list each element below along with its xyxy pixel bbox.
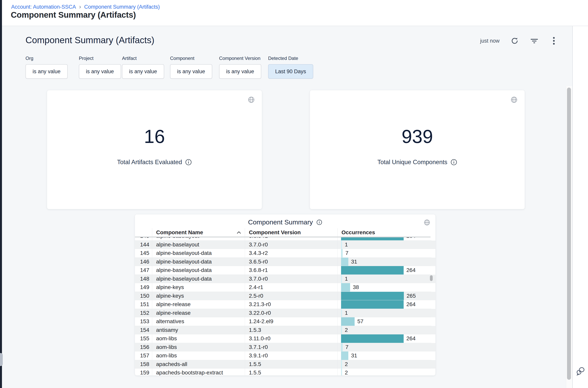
component-name-cell[interactable]: alpine-baselayout-data	[152, 266, 245, 275]
occurrences-cell[interactable]: 31	[337, 258, 432, 266]
table-row[interactable]: 151alpine-release3.21.3-r0264	[135, 300, 436, 309]
component-name-cell[interactable]: alpine-baselayout	[152, 241, 245, 249]
component-name-cell[interactable]: alpine-baselayout	[152, 237, 245, 241]
filter-value-button[interactable]: Last 90 Days	[268, 64, 313, 79]
component-version-cell[interactable]: 1.5.5	[245, 368, 337, 375]
component-name-cell[interactable]: alpine-baselayout-data	[152, 258, 245, 266]
occurrences-cell[interactable]: 265	[337, 292, 432, 300]
component-version-cell[interactable]: 3.4.3-r2	[245, 249, 337, 258]
collapsed-nav-strip[interactable]	[0, 0, 2, 388]
component-version-cell[interactable]: 1.5.3	[245, 326, 337, 335]
component-name-cell[interactable]: alpine-baselayout-data	[152, 275, 245, 283]
occurrences-cell[interactable]: 264	[337, 300, 432, 309]
occurrences-cell[interactable]: 1	[337, 241, 432, 249]
info-icon[interactable]	[451, 159, 457, 166]
filter-value-button[interactable]: is any value	[122, 64, 164, 79]
filter-value-button[interactable]: is any value	[219, 64, 261, 79]
component-name-cell[interactable]: alternatives	[152, 317, 245, 326]
row-number-cell: 146	[135, 258, 152, 266]
occurrences-cell[interactable]: 57	[337, 317, 432, 326]
component-version-cell[interactable]: 3.21.3-r0	[245, 300, 337, 309]
component-name-cell[interactable]: alpine-baselayout-data	[152, 249, 245, 258]
filter-label: Detected Date	[268, 56, 313, 61]
component-name-cell[interactable]: aom-libs	[152, 351, 245, 360]
nav-expand-handle[interactable]	[0, 353, 3, 366]
tile-label-text: Total Artifacts Evaluated	[117, 159, 182, 166]
filter-value-button[interactable]: is any value	[170, 64, 212, 79]
occurrences-cell[interactable]: 1	[337, 275, 432, 283]
breadcrumb-page-link[interactable]: Component Summary (Artifacts)	[84, 4, 160, 10]
column-header-occurrences[interactable]: Occurrences	[337, 228, 431, 237]
filter-value-button[interactable]: is any value	[79, 64, 121, 79]
filter-icon[interactable]	[530, 36, 539, 45]
table-row[interactable]: 152alpine-release3.22.0-r01	[135, 309, 436, 317]
component-name-cell[interactable]: apacheds-all	[152, 360, 245, 369]
component-name-cell[interactable]: apacheds-bootstrap-extract	[152, 368, 245, 375]
occurrences-cell[interactable]: 38	[337, 283, 432, 292]
table-row[interactable]: 153alternatives1.24-2.el957	[135, 317, 436, 326]
component-version-cell[interactable]: 3.22.0-r0	[245, 309, 337, 317]
occurrences-cell[interactable]: 264	[337, 334, 432, 343]
table-row[interactable]: 149alpine-keys2.4-r138	[135, 283, 436, 292]
component-version-cell[interactable]: 3.7.0-r0	[245, 275, 337, 283]
component-version-cell[interactable]: 1.5.5	[245, 360, 337, 369]
column-header-component-version[interactable]: Component Version	[245, 228, 337, 237]
component-version-cell[interactable]: 3.11.0-r0	[245, 334, 337, 343]
table-title-row: Component Summary	[135, 218, 436, 226]
refresh-icon[interactable]	[510, 36, 519, 45]
more-options-kebab-icon[interactable]	[549, 36, 558, 45]
table-row[interactable]: 159apacheds-bootstrap-extract1.5.52	[135, 368, 436, 375]
occurrences-cell[interactable]: 2	[337, 326, 432, 335]
table-row[interactable]: 155aom-libs3.11.0-r0264	[135, 334, 436, 343]
column-header-component-name[interactable]: Component Name	[152, 228, 245, 237]
table-row[interactable]: 146alpine-baselayout-data3.6.5-r031	[135, 258, 436, 266]
component-version-cell[interactable]: 3.7.0-r0	[245, 241, 337, 249]
table-row[interactable]: 154antisamy1.5.32	[135, 326, 436, 335]
occurrences-value: 264	[406, 335, 415, 342]
component-name-cell[interactable]: alpine-keys	[152, 283, 245, 292]
occurrences-cell[interactable]: 2	[337, 368, 432, 375]
row-number-cell: 159	[135, 368, 152, 375]
component-version-cell[interactable]: 3.6.5-r0	[245, 258, 337, 266]
component-name-cell[interactable]: antisamy	[152, 326, 245, 335]
table-scrollbar-thumb[interactable]	[430, 275, 433, 281]
breadcrumb-account-link[interactable]: Account: Automation-SSCA	[11, 4, 76, 10]
table-row[interactable]: 145alpine-baselayout-data3.4.3-r27	[135, 249, 436, 258]
table-row[interactable]: 144alpine-baselayout3.7.0-r01	[135, 241, 436, 249]
component-name-cell[interactable]: alpine-release	[152, 309, 245, 317]
component-name-cell[interactable]: aom-libs	[152, 334, 245, 343]
row-number-cell: 153	[135, 317, 152, 326]
component-version-cell[interactable]: 2.4-r1	[245, 283, 337, 292]
support-chat-icon[interactable]	[574, 364, 587, 377]
component-version-cell[interactable]: 1.24-2.el9	[245, 317, 337, 326]
table-row[interactable]: 156aom-libs3.7.1-r07	[135, 343, 436, 352]
occurrences-cell[interactable]: 1	[337, 309, 432, 317]
table-row[interactable]: 157aom-libs3.9.1-r031	[135, 351, 436, 360]
component-version-cell[interactable]: 3.9.1-r0	[245, 351, 337, 360]
component-version-cell[interactable]: 2.5-r0	[245, 292, 337, 300]
info-icon[interactable]	[316, 219, 322, 225]
table-row[interactable]: 148alpine-baselayout-data3.7.0-r01	[135, 275, 436, 283]
table-row[interactable]: 158apacheds-all1.5.52	[135, 360, 436, 369]
component-name-cell[interactable]: alpine-release	[152, 300, 245, 309]
component-version-cell[interactable]: 3.6.8-r1	[245, 237, 337, 241]
column-header-label: Component Version	[249, 229, 301, 236]
occurrences-cell[interactable]: 264	[337, 237, 432, 241]
occurrences-cell[interactable]: 264	[337, 266, 432, 275]
info-icon[interactable]	[185, 159, 192, 166]
occurrences-cell[interactable]: 7	[337, 343, 432, 352]
table-row[interactable]: 147alpine-baselayout-data3.6.8-r1264	[135, 266, 436, 275]
occurrences-cell[interactable]: 7	[337, 249, 432, 258]
page-scrollbar-thumb[interactable]	[567, 88, 571, 380]
table-row[interactable]: 150alpine-keys2.5-r0265	[135, 292, 436, 300]
table-row[interactable]: 143alpine-baselayout3.6.8-r1264	[135, 237, 436, 241]
occurrences-cell[interactable]: 31	[337, 351, 432, 360]
component-version-cell[interactable]: 3.6.8-r1	[245, 266, 337, 275]
component-version-cell[interactable]: 3.7.1-r0	[245, 343, 337, 352]
page-title: Component Summary (Artifacts)	[11, 10, 136, 20]
occurrences-bar	[341, 309, 342, 317]
occurrences-cell[interactable]: 2	[337, 360, 432, 369]
component-name-cell[interactable]: alpine-keys	[152, 292, 245, 300]
component-name-cell[interactable]: aom-libs	[152, 343, 245, 352]
filter-value-button[interactable]: is any value	[25, 64, 68, 79]
